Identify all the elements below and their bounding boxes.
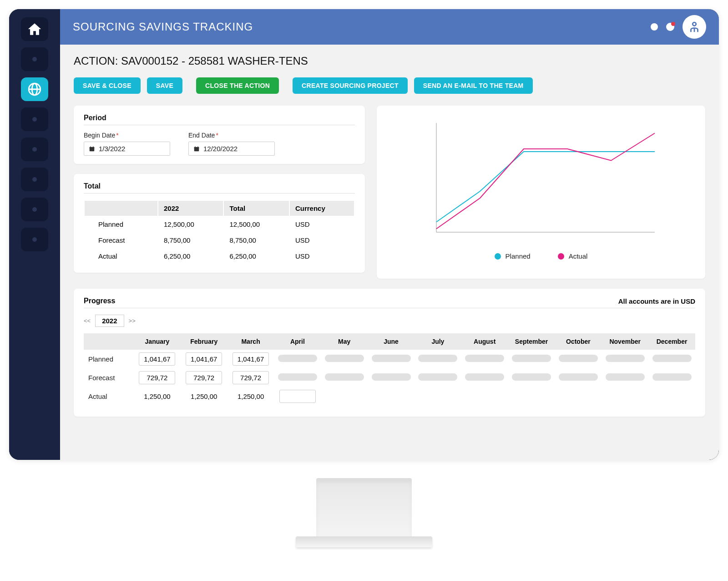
chart-card: Planned Actual bbox=[377, 106, 705, 279]
begin-date-value: 1/3/2022 bbox=[99, 145, 125, 153]
globe-icon bbox=[27, 82, 42, 97]
notifications-icon[interactable] bbox=[666, 23, 674, 31]
dot-icon bbox=[32, 237, 37, 242]
year-prev[interactable]: << bbox=[84, 317, 91, 324]
savings-chart bbox=[387, 114, 695, 246]
sidebar bbox=[9, 9, 60, 460]
placeholder-cell bbox=[606, 373, 645, 381]
placeholder-cell bbox=[465, 373, 504, 381]
month-header: June bbox=[368, 333, 415, 350]
period-title: Period bbox=[84, 114, 355, 122]
send-email-button[interactable]: SEND AN E-MAIL TO THE TEAM bbox=[414, 77, 533, 94]
accounts-note: All accounts are in USD bbox=[618, 297, 695, 305]
nav-item-4[interactable] bbox=[21, 138, 48, 161]
value-input[interactable] bbox=[279, 390, 316, 403]
month-header: January bbox=[134, 333, 181, 350]
year-value: 2022 bbox=[95, 315, 124, 327]
svg-rect-9 bbox=[194, 147, 199, 148]
end-date-value: 12/20/2022 bbox=[203, 145, 238, 153]
calendar-icon bbox=[89, 146, 95, 152]
value-input[interactable]: 729,72 bbox=[139, 371, 175, 384]
month-header: October bbox=[555, 333, 602, 350]
table-row: Actual1,250,001,250,001,250,00 bbox=[84, 387, 695, 406]
nav-item-7[interactable] bbox=[21, 228, 48, 251]
app-title: SOURCING SAVINGS TRACKING bbox=[73, 20, 651, 33]
save-button[interactable]: SAVE bbox=[147, 77, 182, 94]
year-next[interactable]: >> bbox=[129, 317, 136, 324]
dot-icon bbox=[32, 177, 37, 182]
placeholder-cell bbox=[512, 373, 551, 381]
legend-actual: Actual bbox=[558, 252, 588, 260]
total-title: Total bbox=[84, 182, 355, 190]
month-header: August bbox=[461, 333, 508, 350]
placeholder-cell bbox=[278, 373, 317, 381]
table-row: Forecast729,72729,72729,72 bbox=[84, 368, 695, 387]
value-input[interactable]: 729,72 bbox=[186, 371, 222, 384]
page-heading: ACTION: SAV000152 - 258581 WASHER-TENS bbox=[74, 55, 705, 67]
person-icon bbox=[688, 20, 701, 34]
placeholder-cell bbox=[559, 373, 598, 381]
progress-card: Progress All accounts are in USD << 2022… bbox=[74, 289, 705, 417]
value-input[interactable]: 729,72 bbox=[233, 371, 269, 384]
total-card: Total 2022 Total Currency bbox=[74, 174, 365, 273]
progress-table: JanuaryFebruaryMarchAprilMayJuneJulyAugu… bbox=[84, 333, 695, 406]
save-close-button[interactable]: SAVE & CLOSE bbox=[74, 77, 141, 94]
placeholder-cell bbox=[465, 355, 504, 362]
close-action-button[interactable]: CLOSE THE ACTION bbox=[196, 77, 279, 94]
placeholder-cell bbox=[325, 373, 364, 381]
th-total: Total bbox=[224, 201, 288, 216]
table-row: Planned1,041,671,041,671,041,67 bbox=[84, 350, 695, 368]
progress-title: Progress bbox=[84, 297, 618, 305]
placeholder-cell bbox=[372, 355, 411, 362]
main-area: SOURCING SAVINGS TRACKING ACTION: SAV000… bbox=[60, 9, 719, 460]
monitor-stand bbox=[9, 478, 719, 547]
month-header: February bbox=[181, 333, 228, 350]
nav-item-1[interactable] bbox=[21, 47, 48, 71]
legend-planned: Planned bbox=[495, 252, 531, 260]
action-buttons: SAVE & CLOSE SAVE CLOSE THE ACTION CREAT… bbox=[74, 77, 705, 94]
month-header: March bbox=[228, 333, 274, 350]
placeholder-cell bbox=[325, 355, 364, 362]
nav-item-6[interactable] bbox=[21, 198, 48, 221]
table-row: Planned12,500,0012,500,00USD bbox=[85, 217, 354, 232]
placeholder-cell bbox=[372, 373, 411, 381]
month-header: December bbox=[648, 333, 695, 350]
chart-legend: Planned Actual bbox=[387, 252, 695, 260]
total-table: 2022 Total Currency Planned12,500,0012,5… bbox=[84, 200, 355, 265]
th-year: 2022 bbox=[158, 201, 223, 216]
value-input[interactable]: 1,041,67 bbox=[233, 352, 269, 366]
svg-rect-5 bbox=[90, 147, 95, 148]
dot-icon bbox=[32, 57, 37, 61]
nav-item-5[interactable] bbox=[21, 168, 48, 191]
period-card: Period Begin Date* 1/3/2022 bbox=[74, 106, 365, 164]
legend-dot-actual bbox=[558, 253, 564, 260]
nav-home[interactable] bbox=[21, 17, 48, 41]
placeholder-cell bbox=[512, 355, 551, 362]
begin-date-label: Begin Date* bbox=[84, 132, 170, 139]
month-header: May bbox=[321, 333, 368, 350]
create-project-button[interactable]: CREATE SOURCING PROJECT bbox=[293, 77, 408, 94]
legend-dot-planned bbox=[495, 253, 501, 260]
calendar-icon bbox=[193, 146, 200, 152]
month-header: September bbox=[508, 333, 555, 350]
table-row: Forecast8,750,008,750,00USD bbox=[85, 233, 354, 248]
end-date-label: End Date* bbox=[188, 132, 275, 139]
status-indicator-1[interactable] bbox=[651, 23, 658, 31]
begin-date-input[interactable]: 1/3/2022 bbox=[84, 142, 170, 156]
placeholder-cell bbox=[278, 355, 317, 362]
nav-sourcing[interactable] bbox=[21, 77, 48, 101]
user-avatar[interactable] bbox=[682, 15, 706, 39]
value-input[interactable]: 1,041,67 bbox=[186, 352, 222, 366]
year-nav: << 2022 >> bbox=[84, 315, 695, 327]
placeholder-cell bbox=[418, 355, 457, 362]
dot-icon bbox=[32, 207, 37, 212]
svg-point-3 bbox=[693, 22, 696, 26]
end-date-input[interactable]: 12/20/2022 bbox=[188, 142, 275, 156]
page-body: ACTION: SAV000152 - 258581 WASHER-TENS S… bbox=[60, 45, 719, 460]
value-input[interactable]: 1,041,67 bbox=[139, 352, 175, 366]
table-row: Actual6,250,006,250,00USD bbox=[85, 249, 354, 264]
home-icon bbox=[27, 21, 42, 37]
dot-icon bbox=[32, 117, 37, 122]
dot-icon bbox=[32, 147, 37, 152]
nav-item-3[interactable] bbox=[21, 107, 48, 131]
